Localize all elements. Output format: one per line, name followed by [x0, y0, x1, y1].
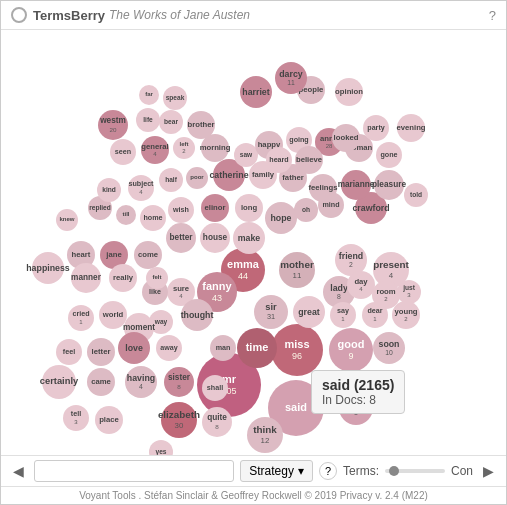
help-icon[interactable]: ?: [489, 8, 496, 23]
bubble-num-quite: 8: [215, 423, 218, 431]
bubble-darcy[interactable]: darcy11: [275, 62, 307, 94]
bubble-word-oh: oh: [302, 206, 310, 214]
bubble-heard[interactable]: heard: [266, 147, 292, 173]
bubble-poor[interactable]: poor: [186, 167, 208, 189]
bubble-elinor[interactable]: elinor: [201, 194, 229, 222]
bubble-left[interactable]: left2: [173, 137, 195, 159]
bubble-half[interactable]: half: [159, 168, 183, 192]
bubble-quite[interactable]: quite8: [202, 407, 232, 437]
bubble-shall[interactable]: shall: [202, 375, 228, 401]
bubble-word-pleasure: pleasure: [372, 180, 406, 190]
bubble-word-thought: thought: [181, 310, 214, 321]
bubble-dear[interactable]: dear1: [362, 302, 388, 328]
bubble-subject[interactable]: subject4: [128, 175, 154, 201]
bubble-kind[interactable]: kind: [97, 178, 121, 202]
bubble-sister[interactable]: sister8: [164, 367, 194, 397]
strategy-dropdown[interactable]: Strategy ▾: [240, 460, 313, 482]
bubble-man[interactable]: man: [210, 335, 236, 361]
terms-slider[interactable]: [385, 469, 445, 473]
bubble-seen[interactable]: seen: [110, 139, 136, 165]
bubble-word-dear: dear: [367, 307, 382, 316]
bubble-marianne[interactable]: marianne: [341, 170, 371, 200]
bubble-knew[interactable]: knew: [56, 209, 78, 231]
bubble-told[interactable]: told: [404, 183, 428, 207]
bubble-mother[interactable]: mother11: [279, 252, 315, 288]
bubble-believe[interactable]: believe: [295, 146, 323, 174]
bubble-cried[interactable]: cried1: [68, 305, 94, 331]
bubble-word-cried: cried: [72, 310, 89, 319]
bubble-pleasure[interactable]: pleasure: [374, 170, 404, 200]
bubble-place[interactable]: place: [95, 406, 123, 434]
bubble-think[interactable]: think12: [247, 417, 283, 453]
bubble-felt[interactable]: felt: [146, 267, 168, 289]
bubble-life[interactable]: life: [136, 108, 160, 132]
bubble-happiness[interactable]: happiness: [32, 252, 64, 284]
bubble-having[interactable]: having4: [125, 366, 157, 398]
bubble-harriet[interactable]: harriet: [240, 76, 272, 108]
bubble-really[interactable]: really: [109, 264, 137, 292]
bubble-brother[interactable]: brother: [187, 111, 215, 139]
bubble-word-told: told: [410, 191, 422, 199]
bubble-love[interactable]: love: [118, 332, 150, 364]
bubble-till[interactable]: till: [116, 205, 136, 225]
bubble-word-come: come: [138, 250, 158, 259]
bubble-word-bear: bear: [164, 118, 178, 126]
bubble-make[interactable]: make: [233, 222, 265, 254]
bubble-general[interactable]: general4: [141, 136, 169, 164]
bubble-home[interactable]: home: [140, 205, 166, 231]
bubble-hope[interactable]: hope: [265, 202, 297, 234]
bubble-good[interactable]: good9: [329, 328, 373, 372]
bubble-word-long: long: [241, 203, 257, 212]
bubble-tell[interactable]: tell3: [63, 405, 89, 431]
toolbar-help-button[interactable]: ?: [319, 462, 337, 480]
bubble-word-house: house: [203, 233, 227, 243]
bubble-oh[interactable]: oh: [294, 198, 318, 222]
bubble-came[interactable]: came: [87, 368, 115, 396]
bubble-yes[interactable]: yes: [149, 440, 173, 455]
prev-button[interactable]: ◀: [9, 461, 28, 481]
bubble-thought[interactable]: thought: [181, 299, 213, 331]
next-button[interactable]: ▶: [479, 461, 498, 481]
bubble-manner[interactable]: manner: [71, 263, 101, 293]
bubble-time[interactable]: time: [237, 328, 277, 368]
bubble-soon[interactable]: soon10: [373, 332, 405, 364]
bubble-house[interactable]: house: [200, 223, 230, 253]
app-container: TermsBerry The Works of Jane Austen ? sa…: [0, 0, 507, 505]
bubble-speak[interactable]: speak: [163, 86, 187, 110]
bubble-word-opinion: opinion: [335, 87, 363, 96]
bubble-letter[interactable]: letter: [87, 338, 115, 366]
bubble-miss[interactable]: miss96: [271, 324, 323, 376]
bubble-bear[interactable]: bear: [159, 110, 183, 134]
bubble-gone[interactable]: gone: [376, 142, 402, 168]
bubble-opinion[interactable]: opinion: [335, 78, 363, 106]
bubble-come[interactable]: come: [134, 241, 162, 269]
toolbar: ◀ Strategy ▾ ? Terms: Con ▶: [1, 456, 506, 487]
bubble-long[interactable]: long: [235, 194, 263, 222]
bubble-say[interactable]: say1: [330, 302, 356, 328]
bubble-day[interactable]: day4: [347, 271, 375, 299]
bubble-sir[interactable]: sir31: [254, 295, 288, 329]
bubble-looked[interactable]: looked: [332, 124, 360, 152]
bubble-certainly[interactable]: certainly: [42, 365, 76, 399]
bubble-far[interactable]: far: [139, 85, 159, 105]
bubble-away[interactable]: away: [156, 335, 182, 361]
bubble-word-jane: jane: [106, 250, 121, 259]
bubble-num-present: 4: [389, 271, 393, 280]
bubble-num-just: 3: [407, 292, 410, 299]
search-input[interactable]: [34, 460, 234, 482]
bubble-word-soon: soon: [378, 339, 399, 350]
bubble-word-fanny: fanny: [202, 280, 231, 293]
bubble-party[interactable]: party: [363, 115, 389, 141]
bubble-feelings[interactable]: feelings: [309, 174, 337, 202]
bubble-better[interactable]: better: [166, 223, 196, 253]
bubble-feel[interactable]: feel: [56, 339, 82, 365]
bubble-wish[interactable]: wish: [168, 197, 194, 223]
bubble-area: said (2165) In Docs: 8 mr105saidmiss96go…: [1, 30, 506, 455]
bubble-elizabeth[interactable]: elizabeth30: [161, 402, 197, 438]
bubble-young[interactable]: young2: [392, 301, 420, 329]
bubble-evening[interactable]: evening: [397, 114, 425, 142]
footer: ◀ Strategy ▾ ? Terms: Con ▶ Voyant Tools…: [1, 455, 506, 504]
bubble-westm[interactable]: westm20: [98, 110, 128, 140]
bubble-word-feelings: feelings: [308, 183, 337, 192]
bubble-great[interactable]: great: [293, 296, 325, 328]
